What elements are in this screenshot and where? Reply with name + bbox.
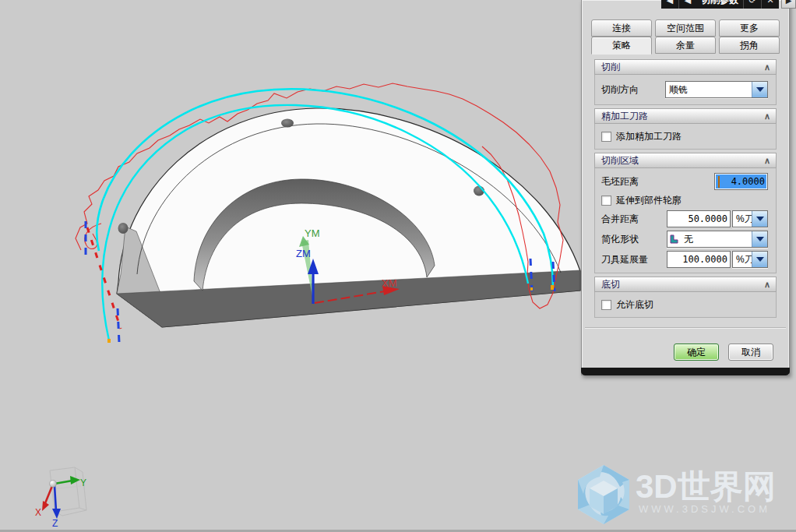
- collapse-chevron-icon[interactable]: ∧: [760, 61, 774, 73]
- group-title: 切削: [601, 61, 620, 74]
- cut-direction-value: 顺铣: [666, 83, 752, 97]
- merge-distance-unit: %刀具: [733, 213, 752, 226]
- collapse-chevron-icon[interactable]: ∧: [760, 154, 774, 167]
- text-caret: [718, 176, 720, 188]
- extend-to-part-outline-label: 延伸到部件轮廓: [616, 194, 682, 207]
- group-finish-passes: 精加工刀路 ∧ 添加精加工刀路: [594, 108, 777, 150]
- dialog-back-button[interactable]: ◀: [661, 0, 678, 9]
- simplify-shape-label: 简化形状: [601, 233, 639, 246]
- chevron-down-icon: [756, 217, 764, 221]
- collapse-chevron-icon[interactable]: ∧: [760, 110, 774, 122]
- dialog-button-row: 确定 取消: [582, 344, 789, 361]
- cancel-button[interactable]: 取消: [728, 344, 773, 361]
- part-hole-left[interactable]: [118, 223, 129, 234]
- mcs-z-label: ZM: [296, 248, 311, 259]
- group-cutting: 切削 ∧ 切削方向 顺铣: [594, 59, 777, 105]
- path-start-marker-right2: [530, 287, 533, 291]
- group-cut-region: 切削区域 ∧ 毛坯距离 4.0000 延伸到部件轮廓: [594, 153, 777, 273]
- tool-extension-label: 刀具延展量: [601, 253, 648, 266]
- group-undercut: 底切 ∧ 允许底切: [594, 277, 777, 318]
- watermark-title: 3D世界网: [636, 468, 776, 505]
- collapse-chevron-icon[interactable]: ∧: [760, 278, 774, 291]
- simplify-shape-value: 无: [681, 233, 752, 246]
- blank-distance-label: 毛坯距离: [601, 175, 639, 188]
- mcs-y-label: YM: [305, 227, 320, 239]
- chevron-down-icon: [756, 237, 764, 241]
- refresh-icon: ⟳: [748, 0, 755, 5]
- dialog-close-button[interactable]: ✕: [761, 0, 779, 9]
- allow-undercut-label: 允许底切: [616, 298, 653, 312]
- group-title: 精加工刀路: [601, 110, 648, 123]
- chevron-down-icon: [756, 257, 764, 262]
- chevron-down-icon: [756, 87, 764, 92]
- dialog-reset-button[interactable]: ⟳: [743, 0, 761, 9]
- group-finish-passes-header[interactable]: 精加工刀路 ∧: [594, 108, 777, 124]
- simplify-shape-none-icon: [669, 234, 679, 245]
- tab-strategy[interactable]: 策略: [591, 37, 652, 55]
- forward-icon: ▶: [786, 0, 792, 5]
- tab-stock[interactable]: 余量: [655, 37, 716, 54]
- dialog-separator: [585, 327, 786, 329]
- watermark-url: WWW.3DSJW.COM: [639, 503, 770, 515]
- dialog-title: 切削参数: [696, 0, 743, 7]
- dropdown-arrow-button[interactable]: [752, 231, 767, 247]
- add-finish-passes-checkbox[interactable]: [601, 132, 611, 142]
- tab-connects[interactable]: 连接: [591, 19, 652, 37]
- group-title: 切削区域: [601, 154, 639, 167]
- application-window: 3D世界网 WWW.3DSJW.COM: [0, 0, 796, 532]
- group-undercut-header[interactable]: 底切 ∧: [594, 277, 777, 292]
- extend-to-part-outline-checkbox[interactable]: [601, 196, 611, 206]
- tab-more[interactable]: 更多: [719, 19, 780, 37]
- group-title: 底切: [601, 278, 620, 291]
- mcs-x-label: XM: [382, 277, 397, 289]
- dialog-forward-button[interactable]: ▶: [781, 0, 796, 9]
- dialog-bottom-grip[interactable]: [581, 368, 790, 375]
- wcs-origin-handle[interactable]: [50, 481, 57, 488]
- merge-distance-field[interactable]: 50.0000: [667, 210, 731, 227]
- wcs-y-label: Y: [80, 477, 86, 488]
- tab-row-1: 连接 空间范围 更多: [591, 19, 780, 37]
- tool-extension-value: 100.0000: [682, 254, 727, 265]
- cutting-parameters-dialog: 连接 空间范围 更多 策略 余量 拐角 切削 ∧ 切削方向 顺铣: [581, 0, 790, 375]
- back-icon: ◀: [667, 0, 673, 5]
- ok-button[interactable]: 确定: [674, 344, 719, 361]
- merge-distance-value: 50.0000: [688, 213, 727, 224]
- allow-undercut-checkbox[interactable]: [601, 300, 611, 310]
- wcs-x-label: X: [35, 507, 41, 518]
- tool-extension-field[interactable]: 100.0000: [667, 251, 731, 268]
- part-hole-top[interactable]: [281, 119, 294, 128]
- group-cut-region-header[interactable]: 切削区域 ∧: [594, 153, 777, 168]
- group-cutting-header[interactable]: 切削 ∧: [594, 59, 777, 75]
- back-icon: ◀: [685, 0, 691, 5]
- tool-extension-unit: %刀具: [733, 253, 752, 266]
- dropdown-arrow-button[interactable]: [752, 252, 767, 267]
- engage-moves-left-lower: [118, 308, 119, 343]
- wcs-z-label: Z: [52, 518, 58, 529]
- path-start-marker-left: [107, 339, 111, 343]
- tab-corners[interactable]: 拐角: [719, 37, 780, 54]
- tab-containment[interactable]: 空间范围: [655, 19, 716, 37]
- path-start-marker-right: [551, 285, 554, 290]
- dialog-back2-button[interactable]: ◀: [678, 0, 696, 9]
- dialog-titlebar[interactable]: ◀ ◀ 切削参数 ⟳ ✕: [661, 0, 791, 9]
- add-finish-passes-label: 添加精加工刀路: [616, 130, 682, 143]
- close-icon: ✕: [766, 0, 773, 5]
- dropdown-arrow-button[interactable]: [752, 82, 767, 97]
- blank-distance-field[interactable]: 4.0000: [714, 173, 768, 190]
- merge-distance-unit-dropdown[interactable]: %刀具: [732, 210, 768, 227]
- simplify-shape-dropdown[interactable]: 无: [667, 231, 768, 248]
- tool-extension-unit-dropdown[interactable]: %刀具: [732, 251, 768, 268]
- merge-distance-label: 合并距离: [601, 213, 639, 226]
- cut-direction-label: 切削方向: [601, 83, 639, 97]
- dropdown-arrow-button[interactable]: [752, 211, 767, 227]
- engage-moves-right-inner: [530, 259, 532, 291]
- cut-direction-dropdown[interactable]: 顺铣: [665, 81, 768, 98]
- tab-row-2: 策略 余量 拐角: [591, 37, 780, 55]
- blank-distance-value: 4.0000: [731, 176, 765, 187]
